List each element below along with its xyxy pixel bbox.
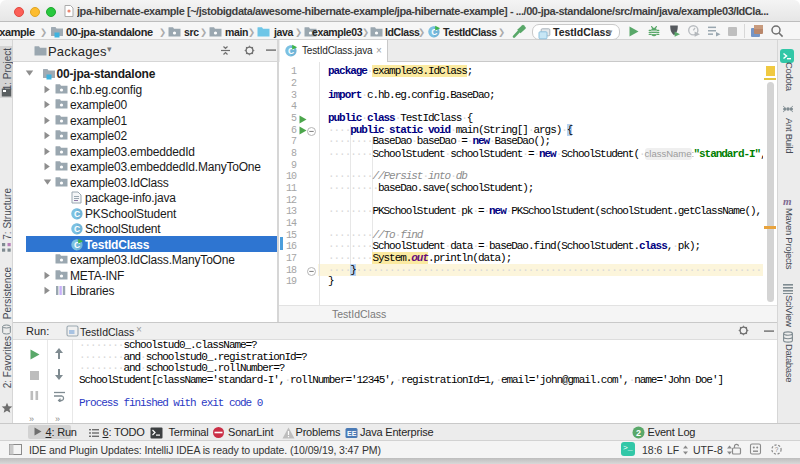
svg-text:m: m <box>783 195 792 206</box>
svg-text:?: ? <box>775 446 779 453</box>
svg-text:EE: EE <box>347 430 357 437</box>
svg-text:2: 2 <box>636 428 641 438</box>
